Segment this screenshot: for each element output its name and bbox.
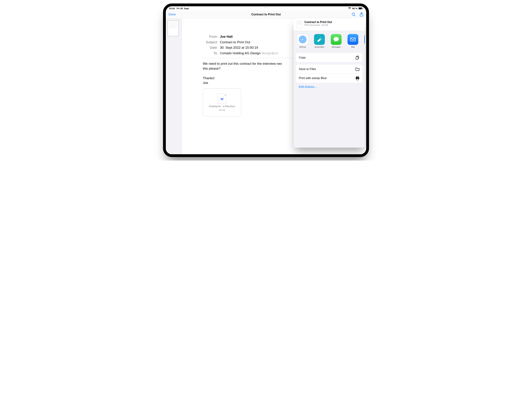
svg-rect-15: [356, 57, 358, 59]
share-app-ezeep[interactable]: ezeep Blue: [313, 34, 326, 48]
done-button[interactable]: Done: [169, 13, 176, 16]
page-title: Contract to Print Out: [251, 13, 281, 16]
share-action-list: Copy Save to Files Print with ezeep Blue…: [294, 51, 365, 89]
share-icon: [360, 12, 363, 17]
page-thumbnail[interactable]: [167, 20, 179, 36]
action-print-ezeep[interactable]: Print with ezeep Blue: [296, 74, 362, 83]
share-app-label: AirDrop: [299, 46, 306, 48]
share-subtitle: PDF Document · 50 KB: [304, 24, 332, 26]
svg-point-6: [302, 39, 304, 40]
share-title: Contract to Print Out: [304, 21, 332, 24]
ezeep-icon: [314, 34, 325, 45]
share-app-outlook[interactable]: O: [363, 34, 365, 48]
share-app-row[interactable]: AirDrop ezeep Blue Messages Mail: [294, 31, 365, 51]
svg-rect-2: [363, 8, 363, 9]
svg-point-10: [334, 37, 339, 41]
mail-icon: [348, 34, 358, 45]
navbar: Done Contract to Print Out: [166, 11, 366, 18]
svg-point-7: [301, 38, 304, 41]
to-email: design@co: [262, 51, 278, 55]
status-left: 15:04 Fri 30. Sept: [169, 7, 189, 10]
share-app-airdrop[interactable]: AirDrop: [296, 34, 309, 48]
from-value: Joe Hall: [220, 35, 233, 38]
attachment-name: Employme…a-Flat.docx: [209, 105, 235, 108]
date-label: Date:: [203, 45, 218, 50]
from-label: From:: [203, 34, 218, 39]
share-sheet: Contract to Print Out PDF Document · 50 …: [294, 18, 365, 148]
status-time: 15:04: [169, 7, 175, 10]
share-app-label: ezeep Blue: [315, 46, 324, 48]
action-label: Save to Files: [299, 67, 316, 71]
ipad-frame: 15:04 Fri 30. Sept 86 % Done Contract to…: [163, 3, 369, 157]
share-app-messages[interactable]: Messages: [330, 34, 342, 48]
messages-icon: [331, 34, 342, 45]
status-date: Fri 30. Sept: [177, 7, 189, 10]
svg-line-4: [354, 15, 355, 16]
action-copy[interactable]: Copy: [296, 53, 362, 62]
status-right: 86 %: [348, 7, 363, 10]
svg-rect-11: [350, 38, 355, 41]
copy-icon: [355, 56, 360, 60]
status-bar: 15:04 Fri 30. Sept 86 %: [166, 6, 366, 11]
svg-rect-16: [356, 76, 359, 77]
share-app-label: Messages: [332, 46, 341, 48]
svg-point-19: [359, 78, 359, 78]
word-doc-icon: W: [218, 93, 226, 104]
share-button[interactable]: [360, 12, 363, 17]
share-sheet-header: Contract to Print Out PDF Document · 50 …: [294, 18, 365, 31]
svg-rect-1: [359, 8, 362, 9]
airdrop-icon: [297, 34, 308, 45]
search-icon: [351, 12, 356, 16]
share-app-label: Mail: [351, 46, 355, 48]
printer-icon: [355, 76, 360, 80]
wifi-icon: [348, 7, 351, 9]
svg-rect-18: [356, 78, 359, 80]
attachment-card[interactable]: W Employme…a-Flat.docx 95 KB: [203, 89, 241, 116]
outlook-icon: [364, 34, 365, 45]
battery-icon: [359, 7, 363, 9]
action-label: Copy: [299, 56, 306, 59]
email-body: We need to print out this contract for t…: [203, 61, 294, 85]
to-label: To:: [203, 51, 218, 56]
action-save-to-files[interactable]: Save to Files: [296, 65, 362, 74]
search-button[interactable]: [351, 12, 356, 16]
share-app-mail[interactable]: Mail: [347, 34, 359, 48]
status-battery-percent: 86 %: [352, 7, 357, 10]
subject-label: Subject:: [203, 40, 218, 45]
document-mini-icon: [296, 21, 302, 28]
multitasking-dots-icon[interactable]: [264, 7, 268, 8]
folder-icon: [355, 67, 360, 71]
attachment-size: 95 KB: [219, 109, 225, 111]
thumbnail-sidebar: [166, 18, 182, 154]
edit-actions-button[interactable]: Edit Actions…: [296, 85, 362, 89]
action-label: Print with ezeep Blue: [299, 76, 327, 80]
